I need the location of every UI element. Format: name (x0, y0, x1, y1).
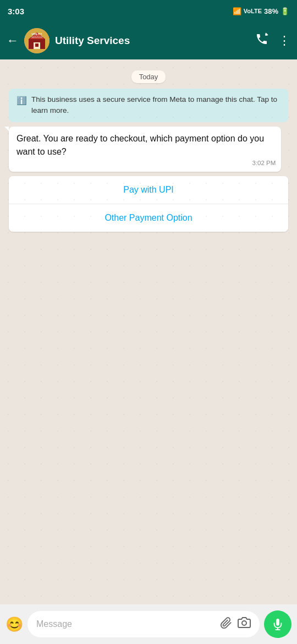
info-notice[interactable]: ℹ️ This business uses a secure service f… (9, 89, 288, 122)
mic-button[interactable] (264, 610, 292, 638)
signal-text: VoLTE (244, 8, 262, 14)
status-right: 📶 VoLTE 38% 🔋 (233, 7, 289, 15)
message-input-area: 😊 (0, 604, 297, 644)
pay-with-upi-button[interactable]: Pay with UPI (9, 176, 288, 204)
attach-button[interactable] (220, 617, 232, 632)
message-text: Great. You are ready to checkout, which … (16, 134, 264, 156)
info-notice-text: This business uses a secure service from… (31, 94, 280, 117)
message-input[interactable] (36, 619, 215, 629)
svg-text:SERVICES: SERVICES (31, 36, 42, 39)
battery-text: 38% (264, 7, 278, 15)
header-actions: ⋮ (255, 32, 290, 49)
status-time: 3:03 (8, 7, 24, 16)
date-badge-text: Today (131, 70, 166, 83)
message-time: 3:02 PM (252, 159, 276, 168)
battery-icon: 🔋 (280, 7, 289, 15)
message-input-wrapper (28, 611, 260, 637)
emoji-button[interactable]: 😊 (6, 616, 23, 633)
chat-message-bubble: Great. You are ready to checkout, which … (9, 127, 281, 172)
contact-info[interactable]: Utility Services (55, 35, 250, 47)
back-button[interactable]: ← (7, 34, 19, 48)
menu-button[interactable]: ⋮ (278, 34, 290, 48)
svg-rect-4 (35, 43, 38, 47)
chat-header: ← UTILITY SERVICES Utility Services ⋮ (0, 22, 297, 59)
info-icon: ℹ️ (16, 95, 27, 107)
wifi-icon: 📶 (233, 7, 241, 15)
contact-name: Utility Services (55, 35, 250, 47)
avatar-image: UTILITY SERVICES (24, 28, 50, 53)
chat-area: Today ℹ️ This business uses a secure ser… (0, 59, 297, 604)
contact-avatar[interactable]: UTILITY SERVICES (24, 28, 50, 53)
emoji-icon: 😊 (6, 616, 23, 632)
call-button[interactable] (255, 32, 268, 49)
quick-reply-buttons: Pay with UPI Other Payment Option (9, 176, 288, 232)
other-payment-button[interactable]: Other Payment Option (9, 204, 288, 232)
status-bar: 3:03 📶 VoLTE 38% 🔋 (0, 0, 297, 22)
date-badge: Today (7, 70, 290, 83)
camera-button[interactable] (238, 616, 251, 632)
svg-point-8 (242, 621, 246, 625)
